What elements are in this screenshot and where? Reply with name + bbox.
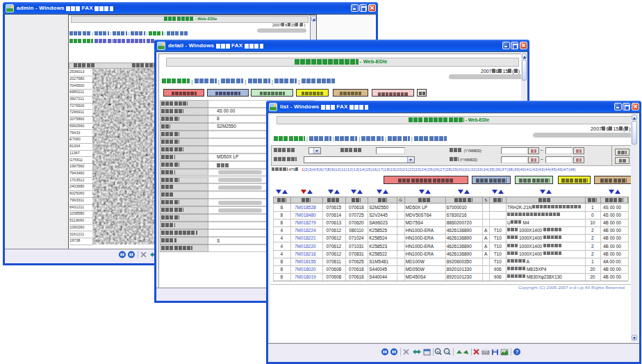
svg-text:+: + [436, 349, 439, 354]
svg-text:?: ? [516, 349, 519, 355]
svg-text:-: - [446, 349, 447, 354]
